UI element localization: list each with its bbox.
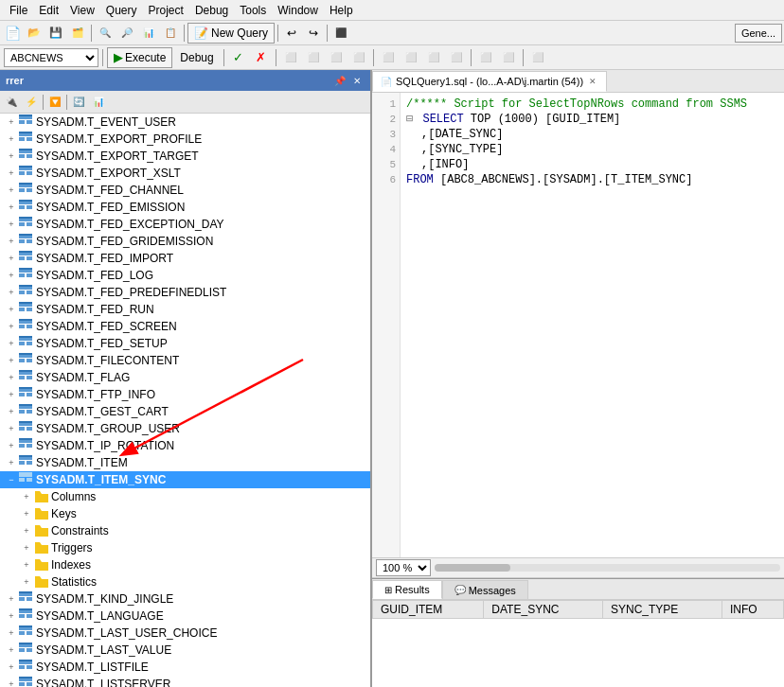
expand-btn[interactable]: + [4, 149, 19, 164]
expand-btn[interactable]: + [4, 677, 19, 687]
oe-connect-button[interactable]: 🔌 [2, 93, 21, 112]
tree-child-statistics[interactable]: + Statistics [0, 573, 370, 590]
menu-window[interactable]: Window [272, 2, 324, 19]
tree-item[interactable]: + SYSADM.T_FED_LOG [0, 267, 370, 284]
expand-btn[interactable]: + [19, 557, 34, 572]
expand-btn[interactable]: + [4, 285, 19, 300]
oe-close-button[interactable]: ✕ [349, 73, 365, 88]
tree-item[interactable]: + SYSADM.T_GROUP_USER [0, 420, 370, 437]
expand-btn[interactable]: + [4, 302, 19, 317]
toolbar-btn-3[interactable]: 📊 [138, 23, 159, 44]
menu-edit[interactable]: Edit [33, 2, 64, 19]
expand-btn[interactable]: + [4, 200, 19, 215]
tab-close-button[interactable]: ✕ [587, 76, 598, 87]
messages-tab[interactable]: 💬 Messages [442, 580, 528, 599]
horizontal-scrollbar[interactable] [435, 564, 780, 572]
tree-item[interactable]: + SYSADM.T_EXPORT_XSLT [0, 165, 370, 182]
toolbar-btn-4[interactable]: 📋 [160, 23, 181, 44]
gen-button[interactable]: Gene... [735, 24, 782, 43]
collapse-button[interactable]: ⊟ [406, 113, 413, 126]
save-button[interactable]: 💾 [45, 23, 66, 44]
expand-btn[interactable]: + [4, 251, 19, 266]
expand-btn[interactable]: + [19, 540, 34, 555]
tree-child-columns[interactable]: + Columns [0, 488, 370, 505]
toolbar-misc8[interactable]: ⬜ [423, 47, 444, 68]
debug-button[interactable]: Debug [174, 47, 219, 68]
tree-item[interactable]: + SYSADM.T_FED_RUN [0, 301, 370, 318]
undo-button[interactable]: ↩ [281, 23, 302, 44]
tree-item[interactable]: + SYSADM.T_FED_CHANNEL [0, 182, 370, 199]
expand-btn[interactable]: + [4, 404, 19, 419]
expand-btn[interactable]: + [4, 370, 19, 385]
tree-item[interactable]: + SYSADM.T_FLAG [0, 369, 370, 386]
code-content[interactable]: /***** Script for SelectTopNRows command… [401, 93, 784, 557]
expand-btn[interactable]: + [4, 591, 19, 607]
tree-item[interactable]: + SYSADM.T_GEST_CART [0, 403, 370, 420]
toolbar-misc7[interactable]: ⬜ [401, 47, 421, 68]
toolbar-misc6[interactable]: ⬜ [378, 47, 399, 68]
tree-item[interactable]: + SYSADM.T_LISTFILE [0, 659, 370, 676]
tree-item[interactable]: + SYSADM.T_LISTSERVER [0, 676, 370, 687]
zoom-select[interactable]: 100 % 75 % 150 % [376, 559, 431, 576]
expand-btn[interactable]: + [4, 353, 19, 368]
toolbar-misc3[interactable]: ⬜ [303, 47, 324, 68]
expand-btn[interactable]: + [4, 387, 19, 402]
tree-item[interactable]: + SYSADM.T_EVENT_USER [0, 114, 370, 131]
expand-btn[interactable]: + [4, 234, 19, 249]
expand-btn[interactable]: + [4, 336, 19, 351]
tree-item[interactable]: + SYSADM.T_EXPORT_TARGET [0, 148, 370, 165]
menu-help[interactable]: Help [324, 2, 359, 19]
results-table-container[interactable]: GUID_ITEM DATE_SYNC SYNC_TYPE INFO [372, 600, 784, 687]
expand-btn[interactable]: + [4, 643, 19, 658]
scrollbar-thumb[interactable] [435, 564, 510, 572]
expand-btn[interactable]: + [4, 114, 19, 130]
tree-child-constraints[interactable]: + Constraints [0, 522, 370, 539]
tree-item[interactable]: + SYSADM.T_FED_SCREEN [0, 318, 370, 335]
new-query-button[interactable]: 📝 New Query [187, 23, 275, 44]
tree-item[interactable]: + SYSADM.T_ITEM [0, 454, 370, 471]
oe-summary-button[interactable]: 📊 [89, 93, 108, 112]
redo-button[interactable]: ↪ [303, 23, 324, 44]
code-editor[interactable]: 1 2 3 4 5 6 /***** Script for SelectTopN… [372, 93, 784, 557]
tree-item[interactable]: + SYSADM.T_FTP_INFO [0, 386, 370, 403]
toolbar-misc11[interactable]: ⬜ [498, 47, 519, 68]
toolbar-btn-1[interactable]: 🔍 [95, 23, 116, 44]
misc-btn1[interactable]: ⬛ [330, 23, 351, 44]
new-button[interactable]: 📄 [2, 23, 23, 44]
menu-query[interactable]: Query [100, 2, 143, 19]
database-dropdown[interactable]: ABCNEWS [4, 48, 98, 67]
expand-btn[interactable]: + [19, 489, 34, 504]
expand-btn[interactable]: + [4, 421, 19, 436]
results-tab[interactable]: ⊞ Results [372, 580, 442, 599]
expand-btn[interactable]: + [4, 166, 19, 181]
tree-child-indexes[interactable]: + Indexes [0, 556, 370, 573]
tree-item[interactable]: + SYSADM.T_FED_EMISSION [0, 199, 370, 216]
menu-file[interactable]: File [4, 2, 33, 19]
toolbar-btn-2[interactable]: 🔎 [116, 23, 137, 44]
tree-item-selected[interactable]: − SYSADM.T_ITEM_SYNC [0, 471, 370, 488]
tree-item[interactable]: + SYSADM.T_FED_SETUP [0, 335, 370, 352]
tree-item[interactable]: + SYSADM.T_LAST_VALUE [0, 642, 370, 659]
tree-item[interactable]: + SYSADM.T_FILECONTENT [0, 352, 370, 369]
execute-button[interactable]: ▶ Execute [107, 47, 172, 68]
oe-pin-button[interactable]: 📌 [332, 73, 347, 88]
tree-item[interactable]: + SYSADM.T_KIND_JINGLE [0, 590, 370, 608]
toolbar-misc9[interactable]: ⬜ [446, 47, 467, 68]
oe-refresh-button[interactable]: 🔄 [69, 93, 88, 112]
collapse-icon[interactable]: − [4, 472, 19, 487]
tree-item[interactable]: + SYSADM.T_FED_EXCEPTION_DAY [0, 216, 370, 233]
expand-btn[interactable]: + [19, 523, 34, 538]
toolbar-misc10[interactable]: ⬜ [475, 47, 496, 68]
menu-tools[interactable]: Tools [234, 2, 272, 19]
tree-item[interactable]: + SYSADM.T_FED_IMPORT [0, 250, 370, 267]
tree-item[interactable]: + SYSADM.T_IP_ROTATION [0, 437, 370, 454]
expand-btn[interactable]: + [4, 217, 19, 232]
expand-btn[interactable]: + [4, 438, 19, 453]
toolbar-misc4[interactable]: ⬜ [326, 47, 347, 68]
oe-disconnect-button[interactable]: ⚡ [22, 93, 41, 112]
oe-tree[interactable]: + SYSADM.T_EVENT_USER + SYSADM.T_EXPORT_… [0, 114, 370, 687]
expand-btn[interactable]: + [4, 132, 19, 147]
expand-btn[interactable]: + [19, 574, 34, 590]
check-btn[interactable]: ✓ [228, 47, 249, 68]
tree-child-keys[interactable]: + Keys [0, 505, 370, 522]
